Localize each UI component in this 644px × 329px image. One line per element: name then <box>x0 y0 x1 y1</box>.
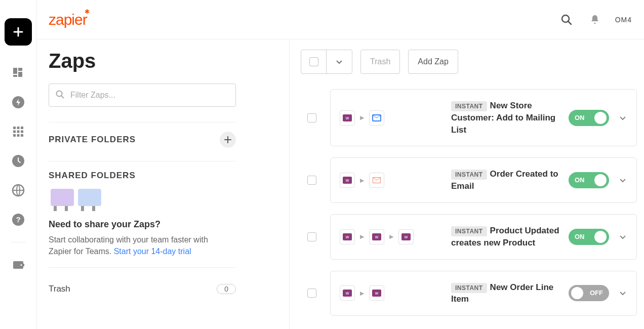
app-icon: w <box>340 173 355 188</box>
zap-flow: w▶w <box>340 285 446 301</box>
arrow-icon: ▶ <box>389 233 393 240</box>
rail-divider <box>11 242 26 242</box>
zap-checkbox[interactable] <box>307 113 316 122</box>
zap-toggle[interactable]: ON <box>569 229 609 245</box>
zap-checkbox[interactable] <box>307 289 316 298</box>
zap-row[interactable]: w▶INSTANTOrder Created to EmailON <box>330 157 637 203</box>
zap-row[interactable]: w▶w▶wINSTANTProduct Updated creates new … <box>330 214 637 260</box>
svg-point-23 <box>57 91 62 97</box>
zap-checkbox[interactable] <box>307 232 316 241</box>
user-avatar[interactable]: OM4 <box>615 16 632 24</box>
zap-flow: w▶w▶w <box>340 229 446 244</box>
share-prompt-text: Start collaborating with your team faste… <box>49 234 231 257</box>
zap-row[interactable]: w▶wINSTANTNew Order Line ItemOFF <box>330 271 637 316</box>
page-title: Zaps <box>49 50 277 72</box>
expand-zap-button[interactable] <box>618 176 627 185</box>
svg-point-21 <box>20 264 22 266</box>
add-folder-button[interactable] <box>220 132 236 148</box>
zap-toggle[interactable]: ON <box>569 172 609 188</box>
app-icon <box>369 110 384 126</box>
instant-badge: INSTANT <box>451 283 487 293</box>
zaps-icon[interactable] <box>11 95 25 109</box>
zap-toggle[interactable]: OFF <box>569 285 609 301</box>
bell-icon[interactable] <box>588 13 602 27</box>
top-bar: zapier✱ OM4 <box>36 0 644 39</box>
arrow-icon: ▶ <box>360 114 364 121</box>
left-nav-rail: ? <box>0 0 36 329</box>
trash-folder-row[interactable]: Trash 0 <box>49 277 236 294</box>
trash-button[interactable]: Trash <box>360 50 400 74</box>
sidebar: Zaps PRIVATE FOLDERS SHARED FOLDER <box>36 39 290 329</box>
shared-folders-illustration <box>51 189 127 213</box>
svg-rect-6 <box>17 127 19 129</box>
instant-badge: INSTANT <box>451 170 487 180</box>
logo[interactable]: zapier✱ <box>49 11 87 28</box>
trash-label: Trash <box>49 284 70 294</box>
zap-toggle[interactable]: ON <box>569 110 609 126</box>
svg-text:?: ? <box>16 215 20 224</box>
history-icon[interactable] <box>11 154 25 168</box>
wallet-icon[interactable] <box>11 258 25 272</box>
shared-folders-heading: SHARED FOLDERS <box>49 171 136 181</box>
apps-grid-icon[interactable] <box>11 125 25 139</box>
svg-rect-9 <box>17 131 19 133</box>
svg-rect-8 <box>13 131 16 133</box>
app-icon: w <box>340 285 355 301</box>
svg-rect-13 <box>21 134 23 137</box>
chevron-down-icon <box>618 289 627 298</box>
zap-flow: w▶ <box>340 110 446 126</box>
trash-count-badge: 0 <box>217 284 236 294</box>
svg-rect-2 <box>18 72 22 77</box>
instant-badge: INSTANT <box>451 101 487 111</box>
svg-rect-1 <box>18 68 22 71</box>
instant-badge: INSTANT <box>451 226 487 236</box>
plus-icon <box>12 26 24 38</box>
svg-rect-5 <box>13 127 16 129</box>
dashboard-icon[interactable] <box>11 66 25 80</box>
start-trial-link[interactable]: Start your 14-day trial <box>114 247 191 256</box>
app-icon: w <box>369 229 384 244</box>
select-all-checkbox[interactable] <box>301 50 327 73</box>
zap-flow: w▶ <box>340 173 446 188</box>
svg-rect-7 <box>21 127 23 129</box>
zap-checkbox[interactable] <box>307 176 316 185</box>
expand-zap-button[interactable] <box>618 113 627 122</box>
app-icon: w <box>398 229 414 244</box>
share-prompt-heading: Need to share your Zaps? <box>49 219 277 230</box>
plus-icon <box>224 136 231 143</box>
svg-rect-0 <box>13 68 17 74</box>
svg-rect-10 <box>21 131 23 133</box>
create-button[interactable] <box>5 18 32 46</box>
search-icon <box>56 90 65 99</box>
chevron-down-icon <box>335 58 343 66</box>
chevron-down-icon <box>618 176 627 185</box>
chevron-down-icon <box>618 113 627 122</box>
svg-rect-12 <box>17 134 19 137</box>
expand-zap-button[interactable] <box>618 232 627 241</box>
svg-rect-11 <box>13 134 16 137</box>
select-dropdown[interactable] <box>327 50 352 73</box>
filter-zaps-input[interactable] <box>49 84 236 107</box>
svg-rect-3 <box>13 75 17 77</box>
app-icon: w <box>369 285 384 301</box>
expand-zap-button[interactable] <box>618 289 627 298</box>
help-icon[interactable]: ? <box>11 213 25 227</box>
chevron-down-icon <box>618 232 627 241</box>
app-icon: w <box>340 229 355 244</box>
add-zap-button[interactable]: Add Zap <box>408 50 458 74</box>
search-icon[interactable] <box>559 13 574 27</box>
explore-icon[interactable] <box>11 183 25 197</box>
zap-row[interactable]: w▶INSTANTNew Store Customer: Add to Mail… <box>330 89 637 146</box>
app-icon: w <box>340 110 355 126</box>
zap-list-area: Trash Add Zap w▶INSTANTNew Store Custome… <box>290 39 644 329</box>
arrow-icon: ▶ <box>360 290 364 297</box>
private-folders-heading: PRIVATE FOLDERS <box>49 135 136 145</box>
arrow-icon: ▶ <box>360 177 364 184</box>
list-toolbar: Trash Add Zap <box>301 50 637 74</box>
app-icon <box>369 173 384 188</box>
arrow-icon: ▶ <box>360 233 364 240</box>
